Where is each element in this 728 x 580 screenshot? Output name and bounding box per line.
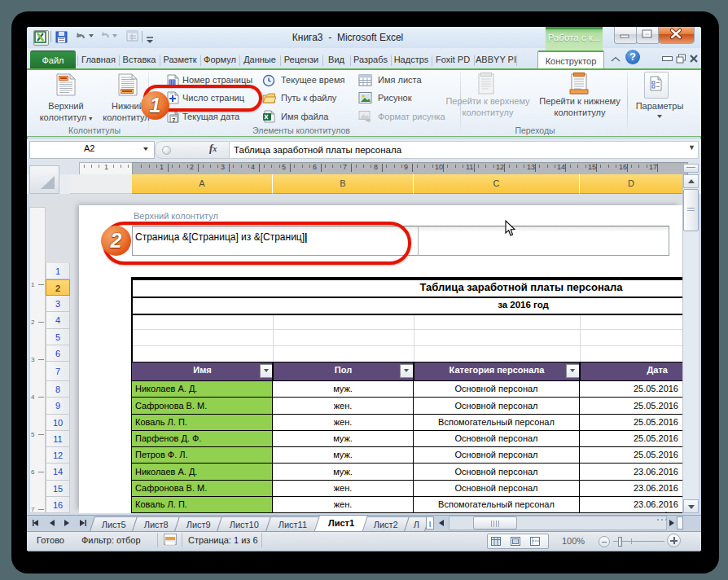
svg-text:7: 7 [173,117,176,123]
